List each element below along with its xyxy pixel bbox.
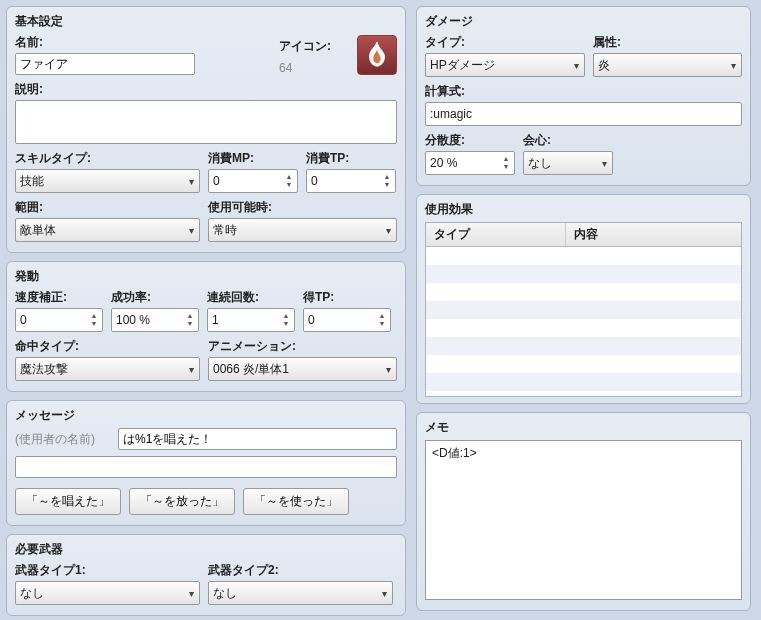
wt1-label: 武器タイプ1: [15, 562, 200, 579]
gain-tp-label: 得TP: [303, 289, 391, 306]
mp-label: 消費MP: [208, 150, 298, 167]
success-stepper[interactable]: 100 %▲▼ [111, 308, 199, 332]
anim-select[interactable]: 0066 炎/単体1 [208, 357, 397, 381]
effects-col-content: 内容 [566, 223, 741, 246]
variance-stepper[interactable]: 20 %▲▼ [425, 151, 515, 175]
table-row[interactable] [426, 247, 741, 265]
flame-icon [365, 42, 389, 68]
table-row[interactable] [426, 319, 741, 337]
crit-select[interactable]: なし [523, 151, 613, 175]
element-label: 属性: [593, 34, 742, 51]
icon-index: 64 [279, 57, 349, 75]
skill-type-select[interactable]: 技能 [15, 169, 200, 193]
damage-type-label: タイプ: [425, 34, 585, 51]
preset-released-button[interactable]: 「～を放った」 [129, 488, 235, 515]
panel-effects-title: 使用効果 [425, 201, 742, 218]
repeat-label: 連続回数: [207, 289, 295, 306]
damage-type-select[interactable]: HPダメージ [425, 53, 585, 77]
table-row[interactable] [426, 337, 741, 355]
scope-select[interactable]: 敵単体 [15, 218, 200, 242]
panel-message-title: メッセージ [15, 407, 397, 424]
table-row[interactable] [426, 355, 741, 373]
element-select[interactable]: 炎 [593, 53, 742, 77]
panel-damage: ダメージ タイプ: HPダメージ 属性: 炎 計算式: :umagic 分散度:… [416, 6, 751, 186]
panel-memo: メモ <D値:1> [416, 412, 751, 611]
effects-body[interactable] [426, 247, 741, 391]
formula-label: 計算式: [425, 83, 742, 100]
variance-label: 分散度: [425, 132, 515, 149]
anim-label: アニメーション: [208, 338, 397, 355]
wt1-select[interactable]: なし [15, 581, 200, 605]
desc-input[interactable] [15, 100, 397, 144]
scope-label: 範囲: [15, 199, 200, 216]
name-input[interactable] [15, 53, 195, 75]
success-label: 成功率: [111, 289, 199, 306]
tp-label: 消費TP: [306, 150, 396, 167]
message-user-hint: (使用者の名前) [15, 431, 110, 448]
skill-type-label: スキルタイプ: [15, 150, 200, 167]
wt2-select[interactable]: なし [208, 581, 393, 605]
gain-tp-stepper[interactable]: 0▲▼ [303, 308, 391, 332]
speed-label: 速度補正: [15, 289, 103, 306]
table-row[interactable] [426, 283, 741, 301]
occasion-select[interactable]: 常時 [208, 218, 397, 242]
icon-label: アイコン: [279, 38, 349, 55]
name-label: 名前: [15, 34, 271, 51]
hit-type-select[interactable]: 魔法攻撃 [15, 357, 200, 381]
mp-stepper[interactable]: 0▲▼ [208, 169, 298, 193]
message-line1-input[interactable] [118, 428, 397, 450]
preset-chanted-button[interactable]: 「～を唱えた」 [15, 488, 121, 515]
panel-invoke: 発動 速度補正: 0▲▼ 成功率: 100 %▲▼ 連続回数: 1▲▼ 得TP:… [6, 261, 406, 392]
panel-basic: 基本設定 名前: アイコン: 64 説明: [6, 6, 406, 253]
wt2-label: 武器タイプ2: [208, 562, 393, 579]
effects-col-type: タイプ [426, 223, 566, 246]
preset-used-button[interactable]: 「～を使った」 [243, 488, 349, 515]
tp-stepper[interactable]: 0▲▼ [306, 169, 396, 193]
hit-type-label: 命中タイプ: [15, 338, 200, 355]
panel-memo-title: メモ [425, 419, 742, 436]
panel-basic-title: 基本設定 [15, 13, 397, 30]
panel-req-weapon: 必要武器 武器タイプ1: なし 武器タイプ2: なし [6, 534, 406, 616]
crit-label: 会心: [523, 132, 613, 149]
table-row[interactable] [426, 265, 741, 283]
desc-label: 説明: [15, 81, 397, 98]
speed-stepper[interactable]: 0▲▼ [15, 308, 103, 332]
panel-effects: 使用効果 タイプ 内容 [416, 194, 751, 404]
panel-message: メッセージ (使用者の名前) 「～を唱えた」 「～を放った」 「～を使った」 [6, 400, 406, 526]
memo-textarea[interactable]: <D値:1> [425, 440, 742, 600]
panel-req-weapon-title: 必要武器 [15, 541, 397, 558]
repeat-stepper[interactable]: 1▲▼ [207, 308, 295, 332]
table-row[interactable] [426, 373, 741, 391]
icon-preview[interactable] [357, 35, 397, 75]
effects-table[interactable]: タイプ 内容 [425, 222, 742, 397]
panel-invoke-title: 発動 [15, 268, 397, 285]
message-line2-input[interactable] [15, 456, 397, 478]
table-row[interactable] [426, 301, 741, 319]
occasion-label: 使用可能時: [208, 199, 397, 216]
formula-input[interactable]: :umagic [425, 102, 742, 126]
panel-damage-title: ダメージ [425, 13, 742, 30]
